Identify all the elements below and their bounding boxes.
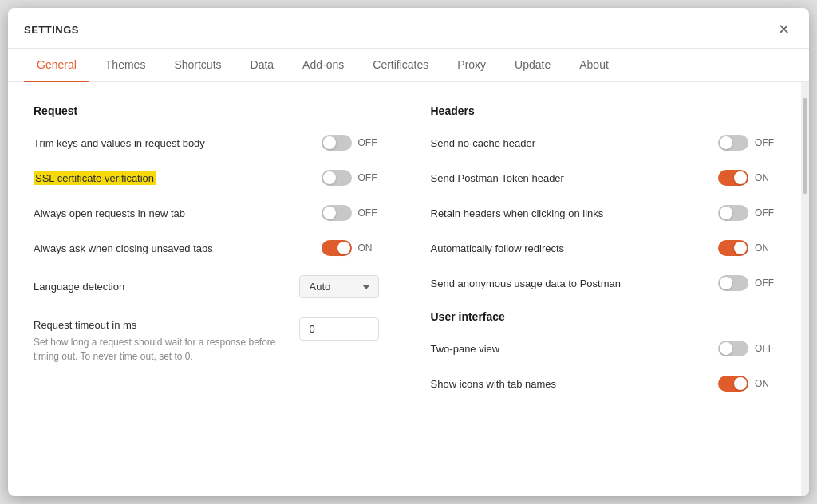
open-new-tab-knob <box>323 207 336 219</box>
settings-window: SETTINGS ✕ General Themes Shortcuts Data… <box>8 8 809 496</box>
ssl-knob <box>323 171 336 184</box>
postman-token-toggle-label: ON <box>755 172 776 183</box>
setting-follow-redirects: Automatically follow redirects ON <box>431 240 776 256</box>
setting-postman-token: Send Postman Token header ON <box>431 170 776 186</box>
tab-update[interactable]: Update <box>502 49 563 82</box>
setting-request-timeout: Request timeout in ms Set how long a req… <box>34 317 379 364</box>
headers-section-title: Headers <box>431 104 776 117</box>
request-timeout-label-wrapper: Request timeout in ms Set how long a req… <box>34 317 299 364</box>
postman-token-toggle[interactable] <box>718 170 748 186</box>
main-content: Request Trim keys and values in request … <box>8 82 809 496</box>
settings-area: Request Trim keys and values in request … <box>8 82 809 496</box>
no-cache-toggle-label: OFF <box>755 137 776 148</box>
show-icons-toggle-group: ON <box>718 376 776 392</box>
setting-language-detection: Language detection Auto Manual <box>34 275 379 298</box>
trim-keys-toggle-group: OFF <box>322 135 379 151</box>
open-new-tab-toggle-label: OFF <box>358 207 379 219</box>
language-detection-dropdown[interactable]: Auto Manual <box>299 275 379 298</box>
tab-general[interactable]: General <box>24 49 89 82</box>
no-cache-label: Send no-cache header <box>431 137 719 149</box>
ssl-label: SSL certificate verification <box>34 172 322 184</box>
window-title: SETTINGS <box>24 24 79 36</box>
postman-token-label: Send Postman Token header <box>431 172 719 184</box>
setting-usage-data: Send anonymous usage data to Postman OFF <box>431 275 776 291</box>
tabs-bar: General Themes Shortcuts Data Add-ons Ce… <box>8 49 809 82</box>
trim-keys-knob <box>323 136 336 149</box>
retain-headers-toggle-label: OFF <box>755 207 776 219</box>
postman-token-knob <box>734 171 747 184</box>
tab-proxy[interactable]: Proxy <box>444 49 499 82</box>
follow-redirects-toggle-group: ON <box>718 240 776 256</box>
follow-redirects-toggle[interactable] <box>718 240 748 256</box>
two-pane-toggle-label: OFF <box>755 343 776 354</box>
show-icons-toggle-label: ON <box>755 378 776 389</box>
setting-trim-keys: Trim keys and values in request body OFF <box>34 135 379 151</box>
scrollbar-track[interactable] <box>801 82 809 496</box>
tab-data[interactable]: Data <box>238 49 287 82</box>
tab-themes[interactable]: Themes <box>93 49 159 82</box>
show-icons-toggle[interactable] <box>718 376 748 392</box>
tab-addons[interactable]: Add-ons <box>290 49 357 82</box>
follow-redirects-knob <box>734 242 747 254</box>
two-pane-toggle-group: OFF <box>718 341 776 356</box>
show-icons-knob <box>734 377 747 390</box>
setting-ask-closing: Always ask when closing unsaved tabs ON <box>34 240 379 256</box>
retain-headers-toggle-group: OFF <box>718 205 776 221</box>
language-detection-label: Language detection <box>34 281 299 293</box>
request-timeout-label: Request timeout in ms <box>34 319 149 331</box>
ask-closing-knob <box>337 242 350 254</box>
two-pane-toggle[interactable] <box>718 341 748 356</box>
trim-keys-toggle-label: OFF <box>358 137 379 148</box>
ask-closing-toggle[interactable] <box>322 240 352 256</box>
title-bar: SETTINGS ✕ <box>8 8 809 49</box>
open-new-tab-label: Always open requests in new tab <box>34 207 322 219</box>
usage-data-knob <box>720 277 732 289</box>
usage-data-toggle-group: OFF <box>718 275 776 291</box>
postman-token-toggle-group: ON <box>718 170 776 186</box>
close-button[interactable]: ✕ <box>775 21 793 38</box>
setting-no-cache: Send no-cache header OFF <box>431 135 776 151</box>
no-cache-toggle-group: OFF <box>718 135 776 151</box>
ssl-toggle[interactable] <box>322 170 352 186</box>
two-pane-knob <box>720 342 732 355</box>
open-new-tab-toggle-group: OFF <box>322 205 379 221</box>
ui-section-title: User interface <box>431 310 776 323</box>
tab-shortcuts[interactable]: Shortcuts <box>161 49 234 82</box>
setting-show-icons: Show icons with tab names ON <box>431 376 776 392</box>
tab-certificates[interactable]: Certificates <box>360 49 441 82</box>
show-icons-label: Show icons with tab names <box>431 378 719 390</box>
ask-closing-toggle-label: ON <box>358 242 379 254</box>
open-new-tab-toggle[interactable] <box>322 205 352 221</box>
tab-about[interactable]: About <box>566 49 622 82</box>
right-column: Headers Send no-cache header OFF Send Po… <box>405 82 802 496</box>
request-timeout-sublabel: Set how long a request should wait for a… <box>34 335 286 364</box>
left-column: Request Trim keys and values in request … <box>8 82 405 496</box>
setting-two-pane: Two-pane view OFF <box>431 341 776 356</box>
usage-data-toggle-label: OFF <box>755 278 776 289</box>
ask-closing-label: Always ask when closing unsaved tabs <box>34 242 322 254</box>
setting-retain-headers: Retain headers when clicking on links OF… <box>431 205 776 221</box>
usage-data-toggle[interactable] <box>718 275 748 291</box>
follow-redirects-toggle-label: ON <box>755 242 776 254</box>
two-pane-label: Two-pane view <box>431 343 719 355</box>
ssl-toggle-label: OFF <box>358 172 379 183</box>
retain-headers-label: Retain headers when clicking on links <box>431 207 719 219</box>
follow-redirects-label: Automatically follow redirects <box>431 242 719 254</box>
setting-ssl-verification: SSL certificate verification OFF <box>34 170 379 186</box>
usage-data-label: Send anonymous usage data to Postman <box>431 278 719 289</box>
no-cache-toggle[interactable] <box>718 135 748 151</box>
retain-headers-toggle[interactable] <box>718 205 748 221</box>
trim-keys-toggle[interactable] <box>322 135 352 151</box>
retain-headers-knob <box>720 207 732 219</box>
ask-closing-toggle-group: ON <box>322 240 379 256</box>
request-section-title: Request <box>34 104 379 117</box>
no-cache-knob <box>720 136 732 149</box>
trim-keys-label: Trim keys and values in request body <box>34 137 322 149</box>
scrollbar-thumb[interactable] <box>803 98 807 194</box>
ssl-toggle-group: OFF <box>322 170 379 186</box>
request-timeout-input[interactable] <box>299 317 379 341</box>
setting-open-new-tab: Always open requests in new tab OFF <box>34 205 379 221</box>
